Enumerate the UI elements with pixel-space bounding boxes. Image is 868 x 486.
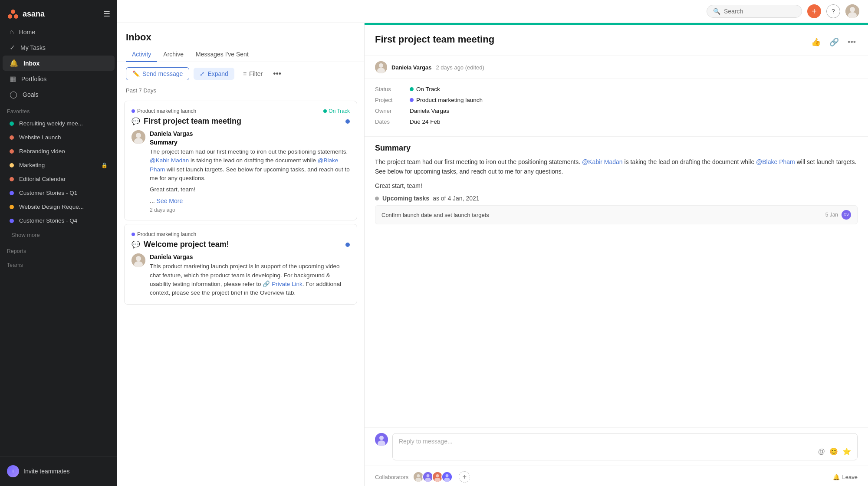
- sidebar-item-label: Inbox: [23, 60, 39, 67]
- filter-button[interactable]: ≡ Filter: [239, 68, 267, 80]
- dates-value: Due 24 Feb: [410, 118, 441, 125]
- sidebar-item-label: My Tasks: [20, 44, 46, 51]
- detail-header: First project team meeting 👍 🔗 •••: [365, 25, 868, 56]
- favorite-dot: [10, 191, 14, 195]
- see-more-row: ... See More: [150, 197, 350, 204]
- tab-messages-sent[interactable]: Messages I've Sent: [190, 47, 255, 62]
- message-time: 2 days ago: [150, 207, 350, 213]
- status-field: Status On Track: [375, 86, 858, 92]
- invite-label: Invite teammates: [23, 468, 70, 475]
- add-collaborator-button[interactable]: +: [459, 471, 470, 483]
- owner-field: Owner Daniela Vargas: [375, 108, 858, 114]
- inbox-item-2[interactable]: Product marketing launch 💬 Welcome proje…: [124, 224, 357, 305]
- like-button[interactable]: 👍: [809, 36, 822, 49]
- message-title-row-2: 💬 Welcome project team!: [132, 240, 350, 249]
- detail-footer: Reply to message... @ 😊 ⭐: [365, 427, 868, 466]
- sidebar-item-inbox[interactable]: 🔔 Inbox: [3, 56, 115, 71]
- add-button[interactable]: +: [807, 4, 821, 18]
- detail-mention-1: @Kabir Madan: [582, 158, 623, 165]
- sidebar-item-favorite[interactable]: Editorial Calendar: [3, 172, 115, 186]
- more-options-button[interactable]: •••: [271, 68, 283, 80]
- sidebar-item-favorite[interactable]: Recruiting weekly mee...: [3, 117, 115, 130]
- project-value: Product marketing launch: [410, 97, 483, 103]
- lock-icon: 🔒: [101, 162, 108, 168]
- emoji-at-button[interactable]: @: [818, 447, 825, 456]
- svg-point-13: [379, 63, 383, 68]
- svg-point-29: [444, 478, 450, 482]
- send-message-label: Send message: [142, 70, 183, 77]
- sidebar: asana ☰ ⌂ Home ✓ My Tasks 🔔 Inbox ▦ Port…: [0, 0, 117, 486]
- portfolios-icon: ▦: [10, 75, 16, 83]
- sidebar-item-favorite[interactable]: Customer Stories - Q1: [3, 186, 115, 200]
- private-link[interactable]: 🔗 Private Link: [263, 281, 302, 287]
- detail-summary: The project team had our first meeting t…: [375, 157, 858, 177]
- svg-point-28: [446, 474, 449, 477]
- reply-placeholder: Reply to message...: [399, 438, 851, 445]
- favorite-label: Recruiting weekly mee...: [19, 120, 108, 127]
- user-avatar[interactable]: [845, 4, 859, 18]
- favorite-label: Website Design Reque...: [19, 204, 108, 210]
- sidebar-header: asana ☰: [0, 0, 117, 24]
- invite-teammates-button[interactable]: + Invite teammates: [0, 461, 117, 482]
- message-icon-2: 💬: [132, 240, 140, 249]
- filter-label: Filter: [249, 70, 263, 77]
- sender-avatar-2: [132, 253, 145, 267]
- sidebar-item-favorite[interactable]: Customer Stories - Q4: [3, 214, 115, 227]
- hamburger-icon[interactable]: ☰: [103, 9, 110, 19]
- svg-point-10: [136, 256, 141, 261]
- svg-point-7: [136, 133, 141, 138]
- teams-label: Teams: [0, 256, 117, 270]
- svg-point-20: [416, 478, 422, 482]
- expand-label: Expand: [207, 70, 228, 77]
- search-icon: 🔍: [713, 8, 720, 15]
- task-assignee-avatar: DV: [842, 210, 851, 220]
- search-input[interactable]: [724, 8, 796, 15]
- task-date: 5 Jan: [825, 212, 838, 218]
- favorite-label: Editorial Calendar: [19, 176, 108, 182]
- help-button[interactable]: ?: [826, 4, 840, 18]
- owner-value: Daniela Vargas: [410, 108, 449, 114]
- tab-activity[interactable]: Activity: [126, 47, 157, 62]
- invite-avatar: +: [7, 465, 19, 477]
- leave-button[interactable]: 🔔 Leave: [833, 474, 858, 480]
- reports-label: Reports: [0, 242, 117, 256]
- collaborators-label: Collaborators: [375, 474, 408, 480]
- project-tag: Product marketing launch: [132, 108, 196, 114]
- project-dot-2: [132, 233, 135, 236]
- emoji-star-button[interactable]: ⭐: [842, 447, 851, 456]
- task-preview: Confirm launch date and set launch targe…: [375, 205, 858, 224]
- reply-area: Reply to message... @ 😊 ⭐: [375, 433, 858, 460]
- sidebar-item-favorite[interactable]: Website Launch: [3, 131, 115, 144]
- reply-box[interactable]: Reply to message... @ 😊 ⭐: [392, 433, 858, 460]
- expand-button[interactable]: ⤢ Expand: [194, 68, 234, 80]
- see-more-link[interactable]: See More: [157, 197, 183, 204]
- sender-avatar: [132, 130, 145, 144]
- inbox-item-1[interactable]: Product marketing launch On Track 💬 Firs…: [124, 101, 357, 220]
- more-detail-button[interactable]: •••: [846, 36, 858, 49]
- send-message-button[interactable]: ✏️ Send message: [126, 67, 189, 80]
- sidebar-item-favorite[interactable]: Rebranding video: [3, 144, 115, 158]
- reply-icon-row: @ 😊 ⭐: [399, 447, 851, 456]
- summary-section-title: Summary: [375, 144, 858, 153]
- message-icon: 💬: [132, 117, 140, 125]
- sidebar-nav: ⌂ Home ✓ My Tasks 🔔 Inbox ▦ Portfolios ◯…: [0, 24, 117, 102]
- sidebar-item-favorite[interactable]: Website Design Reque...: [3, 200, 115, 213]
- unread-indicator: [345, 119, 350, 124]
- svg-point-16: [379, 436, 384, 440]
- sidebar-item-goals[interactable]: ◯ Goals: [3, 87, 115, 102]
- emoji-smile-button[interactable]: 😊: [829, 447, 838, 456]
- search-bar[interactable]: 🔍: [707, 5, 802, 18]
- detail-meta-time: 2 days ago (edited): [436, 64, 484, 71]
- sidebar-item-favorite[interactable]: Marketing 🔒: [3, 158, 115, 172]
- tab-archive[interactable]: Archive: [157, 47, 190, 62]
- collaborator-avatars: [413, 471, 453, 483]
- project-circle: [410, 98, 414, 102]
- favorite-dot: [10, 205, 14, 209]
- expand-icon: ⤢: [200, 70, 205, 77]
- sidebar-item-my-tasks[interactable]: ✓ My Tasks: [3, 40, 115, 55]
- inbox-item-header-2: Product marketing launch: [132, 231, 350, 237]
- sidebar-item-portfolios[interactable]: ▦ Portfolios: [3, 71, 115, 86]
- link-button[interactable]: 🔗: [828, 36, 841, 49]
- show-more-button[interactable]: Show more: [3, 228, 115, 242]
- sidebar-item-home[interactable]: ⌂ Home: [3, 25, 115, 39]
